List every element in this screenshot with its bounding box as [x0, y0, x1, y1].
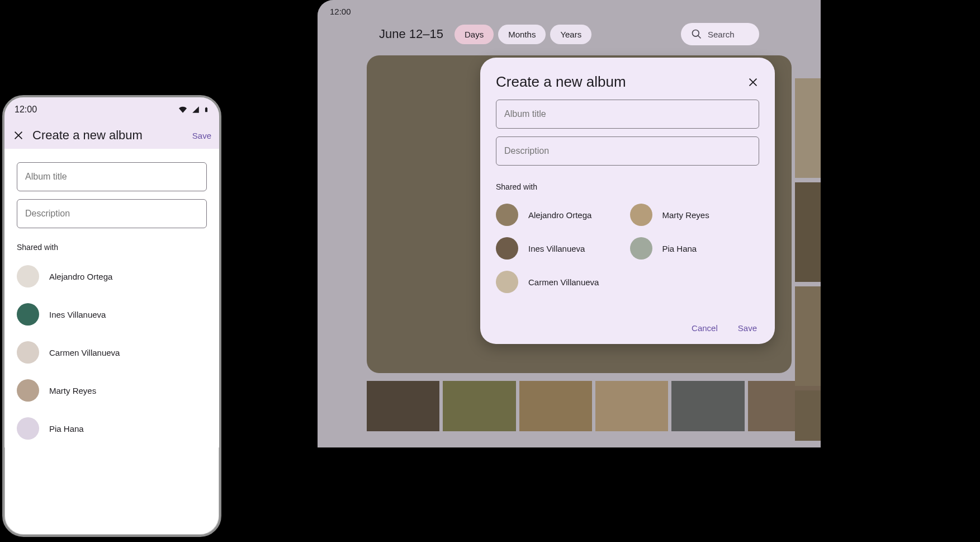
- phone-top-app-bar: Create a new album Save: [4, 122, 219, 149]
- tab-years[interactable]: Years: [550, 25, 591, 44]
- avatar: [630, 204, 652, 226]
- person-name: Ines Villanueva: [49, 310, 106, 319]
- phone-frame: 12:00 Create a new album Save: [2, 95, 221, 537]
- avatar: [17, 417, 39, 440]
- cellular-icon: [191, 106, 200, 114]
- avatar: [496, 204, 518, 226]
- create-album-dialog: Create a new album Shared with Alejandro…: [480, 58, 775, 344]
- dialog-title: Create a new album: [496, 73, 626, 91]
- album-title-input[interactable]: [17, 162, 207, 191]
- person-row[interactable]: Ines Villanueva: [17, 295, 207, 333]
- photo-thumb[interactable]: [795, 286, 821, 386]
- wifi-icon: [178, 106, 188, 114]
- shared-with-label: Shared with: [496, 182, 759, 191]
- person-row[interactable]: Alejandro Ortega: [17, 257, 207, 295]
- tablet-header: June 12–15 DaysMonthsYears Search: [318, 18, 821, 55]
- photo-thumb[interactable]: [671, 381, 744, 431]
- svg-line-1: [698, 36, 701, 39]
- photo-thumb[interactable]: [595, 381, 668, 431]
- search-placeholder: Search: [708, 30, 735, 39]
- person-row[interactable]: Carmen Villanueva: [496, 265, 626, 299]
- phone-content: Shared with Alejandro OrtegaInes Villanu…: [4, 149, 219, 447]
- svg-point-0: [693, 30, 699, 37]
- photo-thumb[interactable]: [367, 381, 439, 431]
- search-bar[interactable]: Search: [681, 23, 759, 45]
- avatar: [17, 341, 39, 364]
- phone-status-time: 12:00: [15, 105, 37, 115]
- shared-with-label: Shared with: [17, 243, 207, 252]
- person-name: Alejandro Ortega: [49, 272, 112, 281]
- avatar: [630, 237, 652, 260]
- search-icon: [691, 29, 702, 40]
- phone-status-bar: 12:00: [4, 97, 219, 122]
- person-name: Pia Hana: [49, 424, 84, 433]
- avatar: [496, 237, 518, 260]
- person-name: Ines Villanueva: [528, 244, 585, 253]
- description-input[interactable]: [496, 136, 759, 166]
- date-range: June 12–15: [379, 27, 443, 41]
- person-name: Carmen Villanueva: [49, 348, 120, 357]
- save-button[interactable]: Save: [192, 131, 211, 140]
- person-name: Alejandro Ortega: [528, 210, 591, 220]
- cancel-button[interactable]: Cancel: [692, 323, 718, 333]
- person-row[interactable]: Alejandro Ortega: [496, 198, 626, 232]
- description-input[interactable]: [17, 199, 207, 228]
- album-title-input[interactable]: [496, 100, 759, 129]
- tablet-status-time: 12:00: [330, 7, 351, 16]
- close-icon[interactable]: [12, 129, 25, 142]
- close-icon[interactable]: [747, 76, 759, 88]
- person-row[interactable]: Pia Hana: [630, 232, 760, 265]
- photo-thumb[interactable]: [443, 381, 515, 431]
- avatar: [496, 271, 518, 293]
- save-button[interactable]: Save: [738, 323, 757, 333]
- battery-icon: [203, 105, 209, 114]
- photo-thumb[interactable]: [795, 390, 821, 441]
- avatar: [17, 265, 39, 288]
- avatar: [17, 379, 39, 402]
- person-name: Pia Hana: [662, 244, 697, 253]
- person-name: Marty Reyes: [49, 386, 96, 395]
- person-row[interactable]: Ines Villanueva: [496, 232, 626, 265]
- photo-thumb[interactable]: [795, 78, 821, 178]
- person-row[interactable]: Marty Reyes: [17, 371, 207, 409]
- person-row[interactable]: Marty Reyes: [630, 198, 760, 232]
- photo-thumb[interactable]: [519, 381, 592, 431]
- tablet-frame: 12:00 June 12–15 DaysMonthsYears Search: [318, 0, 821, 447]
- tab-months[interactable]: Months: [498, 25, 546, 44]
- phone-page-title: Create a new album: [32, 129, 143, 142]
- photo-thumb[interactable]: [795, 182, 821, 282]
- person-row[interactable]: Pia Hana: [17, 409, 207, 447]
- person-name: Carmen Villanueva: [528, 277, 599, 287]
- avatar: [17, 303, 39, 326]
- tab-days[interactable]: Days: [455, 25, 494, 44]
- person-row[interactable]: Carmen Villanueva: [17, 333, 207, 371]
- person-name: Marty Reyes: [662, 210, 709, 220]
